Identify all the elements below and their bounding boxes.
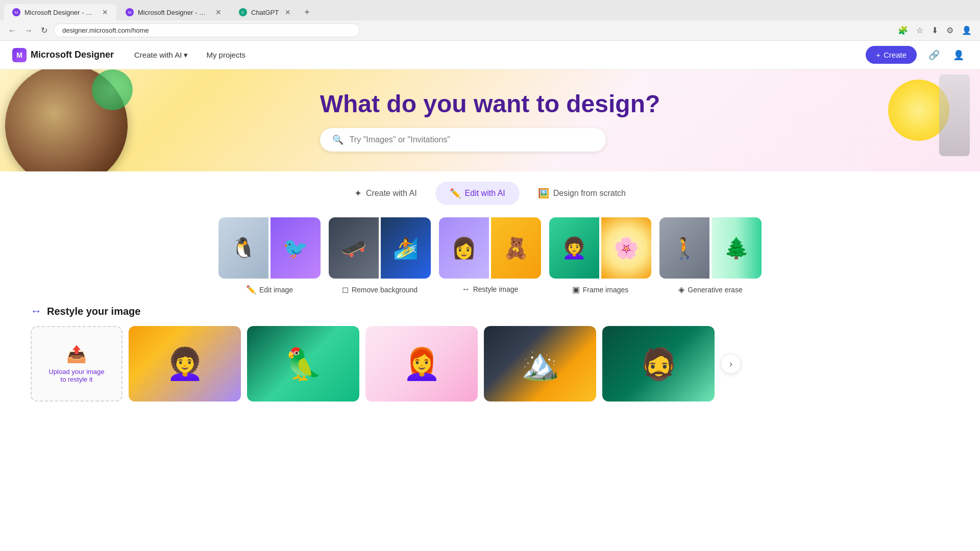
share-icon: 🔗 [928,49,940,61]
mode-tabs: ✦ Create with AI ✏️ Edit with AI 🖼️ Desi… [0,171,980,213]
profile-button[interactable]: 👤 [960,23,974,37]
reload-button[interactable]: ↻ [39,23,50,37]
remove-bg-pair: 🛹 🏄 [329,217,431,279]
glass-deco [939,74,970,156]
restyle-img-2: 🧸 [491,217,541,279]
upload-title: Upload your image to restyle it [48,368,104,383]
forward-button[interactable]: → [22,24,35,37]
settings-button[interactable]: ⚙ [944,23,955,37]
restyle-image-label: ↔ Restyle image [462,285,519,294]
account-icon: 👤 [953,49,964,61]
address-bar-actions: 🧩 ☆ ⬇ ⚙ 👤 [896,23,974,37]
restyle-section-title: Restyle your image [47,306,140,317]
edit-image-pair: 🐧 🐦 [218,217,321,279]
tab-3-title: ChatGPT [251,9,279,16]
restyle-section: ↔ Restyle your image 📤 Upload your image… [0,305,980,402]
mint-deco [92,69,133,110]
hero-content: What do you want to design? 🔍 [320,90,660,152]
edit-image-text: Edit image [259,286,293,294]
create-ai-tab-label: Create with AI [366,189,417,198]
edit-image-card[interactable]: 🐧 🐦 ✏️ Edit image [218,217,321,294]
design-from-scratch-tab[interactable]: 🖼️ Design from scratch [524,182,640,205]
edit-image-label: ✏️ Edit image [246,285,293,294]
frame-images-card[interactable]: 👩‍🦱 🌸 ▣ Frame images [549,217,651,294]
extensions-button[interactable]: 🧩 [896,23,910,37]
search-icon: 🔍 [332,134,344,145]
restyle-image-card[interactable]: 👩 🧸 ↔ Restyle image [439,217,541,294]
create-with-ai-tab[interactable]: ✦ Create with AI [340,182,431,205]
tab-2-close[interactable]: ✕ [215,8,222,16]
edit-ai-icon: ✏️ [450,188,461,199]
tab-2-favicon: M [126,8,134,16]
app-navigation: M Microsoft Designer Create with AI ▾ My… [0,41,980,69]
share-button[interactable]: 🔗 [925,46,943,64]
restyle-image-icon: ↔ [462,285,470,294]
generative-erase-pair: 🚶 🌲 [659,217,762,279]
edit-with-ai-tab[interactable]: ✏️ Edit with AI [435,182,520,205]
generative-erase-icon: ◈ [678,285,684,294]
create-with-ai-nav[interactable]: Create with AI ▾ [126,46,196,64]
account-button[interactable]: 👤 [949,46,968,64]
remove-bg-icon: ◻ [342,285,349,294]
create-with-ai-chevron: ▾ [184,51,188,60]
remove-bg-label: ◻ Remove background [342,285,418,294]
edit-image-icon: ✏️ [246,285,256,294]
tab-3[interactable]: C ChatGPT ✕ [231,4,299,20]
tab-bar: M Microsoft Designer - Stunning... ✕ M M… [0,0,980,20]
hero-search-input[interactable] [350,135,594,144]
remove-bg-img-2: 🏄 [381,217,431,279]
nav-right-icons: 🔗 👤 [925,46,968,64]
restyle-next-button[interactable]: › [721,354,741,374]
generative-erase-card[interactable]: 🚶 🌲 ◈ Generative erase [659,217,762,294]
restyle-sample-2[interactable]: 🦜 [247,326,359,402]
restyle-image-pair: 👩 🧸 [439,217,541,279]
back-button[interactable]: ← [6,24,18,37]
restyle-sample-4[interactable]: 🏔️ [484,326,596,402]
frame-images-label: ▣ Frame images [572,285,628,294]
upload-image-card[interactable]: 📤 Upload your image to restyle it [31,326,122,402]
restyle-sample-3[interactable]: 👩‍🦰 [365,326,478,402]
create-button-label: Create [884,51,906,59]
frame-images-icon: ▣ [572,285,580,294]
my-projects-nav[interactable]: My projects [198,46,254,63]
favorites-button[interactable]: ☆ [914,23,925,37]
restyle-section-header: ↔ Restyle your image [31,305,949,318]
browser-chrome: M Microsoft Designer - Stunning... ✕ M M… [0,0,980,41]
edit-img-2: 🐦 [271,217,321,279]
restyle-sample-3-img: 👩‍🦰 [365,326,478,402]
restyle-sample-4-img: 🏔️ [484,326,596,402]
restyle-sample-1-img: 👩‍🦱 [129,326,241,402]
hero-section: What do you want to design? 🔍 [0,69,980,171]
tab-1-close[interactable]: ✕ [102,8,108,16]
restyle-sample-2-img: 🦜 [247,326,359,402]
tab-3-close[interactable]: ✕ [285,8,291,16]
gen-erase-img-1: 🚶 [659,217,709,279]
content-section: 🐧 🐦 ✏️ Edit image 🛹 🏄 [0,213,980,305]
edit-img-1: 🐧 [218,217,268,279]
restyle-sample-5[interactable]: 🧔 [602,326,715,402]
restyle-sample-1[interactable]: 👩‍🦱 [129,326,241,402]
restyle-sample-5-img: 🧔 [602,326,715,402]
remove-bg-img-1: 🛹 [329,217,379,279]
tab-1[interactable]: M Microsoft Designer - Stunning... ✕ [4,4,116,20]
tab-1-title: Microsoft Designer - Stunning... [24,9,96,16]
hero-search: 🔍 [320,128,606,152]
address-input[interactable] [54,23,360,37]
frame-img-1: 👩‍🦱 [549,217,599,279]
new-tab-button[interactable]: + [300,5,314,20]
tab-2[interactable]: M Microsoft Designer - Stunning... ✕ [117,4,230,20]
remove-bg-card[interactable]: 🛹 🏄 ◻ Remove background [329,217,431,294]
remove-bg-text: Remove background [352,286,418,294]
my-projects-label: My projects [206,51,246,59]
downloads-button[interactable]: ⬇ [929,23,940,37]
generative-erase-text: Generative erase [688,286,742,294]
frame-images-pair: 👩‍🦱 🌸 [549,217,651,279]
tab-1-favicon: M [12,8,20,16]
gen-erase-img-2: 🌲 [712,217,762,279]
create-ai-icon: ✦ [354,188,362,199]
create-with-ai-label: Create with AI [134,51,182,59]
restyle-grid-container: 📤 Upload your image to restyle it 👩‍🦱 🦜 … [31,326,949,402]
generative-erase-label: ◈ Generative erase [678,285,742,294]
create-button[interactable]: + Create [866,46,917,64]
brand: M Microsoft Designer [12,48,114,62]
